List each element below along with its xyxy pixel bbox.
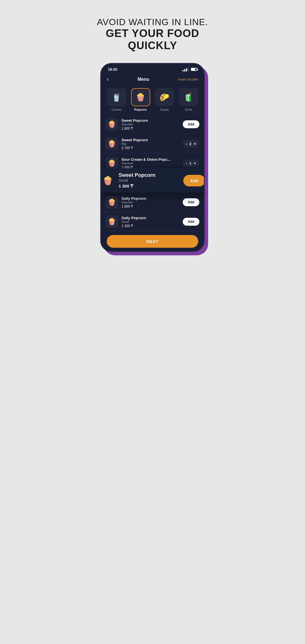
add-button[interactable]: Add bbox=[183, 198, 199, 206]
combo-label: Combo bbox=[112, 108, 121, 111]
qty-minus[interactable]: - bbox=[186, 161, 187, 166]
category-combo[interactable]: 🥤 Combo bbox=[107, 88, 126, 111]
item-info: Salty Popcorn Standart 1 800 ₸ bbox=[121, 196, 179, 208]
status-icons bbox=[182, 68, 197, 71]
item-info: Salty Popcorn Small 1 300 ₸ bbox=[121, 216, 179, 228]
category-tabs: 🥤 Combo 🍿 Popcorn 🌮 Snack bbox=[101, 86, 204, 115]
nav-header: ‹ Menu Insert Voucher bbox=[101, 73, 204, 86]
snack-label: Snack bbox=[160, 108, 169, 111]
combo-icon-wrap: 🥤 bbox=[107, 88, 126, 106]
item-sub: Standart bbox=[121, 201, 179, 204]
float-item-info: Sweet Popcorn Small 1 300 ₸ bbox=[119, 172, 179, 189]
popcorn-icon-wrap: 🍿 bbox=[131, 88, 150, 106]
battery-icon bbox=[191, 68, 197, 71]
add-button[interactable]: Add bbox=[183, 120, 199, 128]
drink-emoji: 🧃 bbox=[184, 93, 193, 102]
popcorn-emoji: 🍿 bbox=[136, 93, 145, 102]
item-price: 1 800 ₸ bbox=[121, 204, 179, 208]
back-button[interactable]: ‹ bbox=[107, 76, 109, 82]
phone-outer: 18:20 ‹ Menu Insert Voucher bbox=[100, 63, 205, 252]
qty-plus[interactable]: + bbox=[194, 161, 196, 166]
float-item-sub: Small bbox=[119, 178, 179, 182]
item-price: 1 800 ₸ bbox=[121, 127, 179, 130]
item-sub: Small bbox=[121, 220, 179, 223]
category-popcorn[interactable]: 🍿 Popcorn bbox=[131, 88, 150, 111]
qty-control: - 2 + bbox=[182, 140, 199, 148]
insert-voucher-button[interactable]: Insert Voucher bbox=[178, 78, 198, 81]
float-item-name: Sweet Popcorn bbox=[119, 172, 179, 178]
page-wrapper: AVOID WAITING IN LINE. GET YOUR FOOD QUI… bbox=[76, 0, 229, 269]
item-sub: Standart bbox=[121, 123, 179, 126]
item-image: 🍿 bbox=[106, 216, 118, 228]
combo-emoji: 🥤 bbox=[112, 93, 121, 102]
next-button[interactable]: NEXT bbox=[107, 235, 198, 248]
snack-icon-wrap: 🌮 bbox=[155, 88, 174, 106]
float-item-image: 🍿 bbox=[101, 173, 115, 188]
menu-item-salty-standart: 🍿 Salty Popcorn Standart 1 800 ₸ Add bbox=[101, 193, 204, 212]
status-time: 18:20 bbox=[108, 67, 117, 71]
item-image: 🍿 bbox=[106, 138, 118, 150]
item-image: 🍿 bbox=[106, 157, 118, 169]
qty-control: - 1 + bbox=[182, 159, 199, 167]
headline-bold: GET YOUR FOOD QUICKLY bbox=[85, 27, 220, 52]
popcorn-label: Popcorn bbox=[134, 108, 147, 111]
headline: AVOID WAITING IN LINE. GET YOUR FOOD QUI… bbox=[85, 17, 220, 52]
qty-plus[interactable]: + bbox=[194, 142, 196, 146]
status-bar: 18:20 bbox=[101, 64, 204, 73]
item-image: 🍿 bbox=[106, 196, 118, 208]
category-drink[interactable]: 🧃 Drink bbox=[179, 88, 198, 111]
menu-content: 🍿 Sweet Popcorn Standart 1 800 ₸ Add 🍿 S… bbox=[101, 115, 204, 232]
float-item-price: 1 300 ₸ bbox=[119, 184, 179, 189]
item-name: Sweet Popcorn bbox=[121, 138, 179, 142]
item-price: 2 700 ₸ bbox=[121, 146, 179, 150]
category-snack[interactable]: 🌮 Snack bbox=[155, 88, 174, 111]
signal-icon bbox=[182, 68, 189, 71]
item-sub: Big bbox=[121, 142, 179, 145]
phone-frame: 18:20 ‹ Menu Insert Voucher bbox=[100, 63, 205, 252]
item-sub: Standart bbox=[121, 162, 179, 165]
snack-emoji: 🌮 bbox=[160, 93, 169, 102]
qty-value: 1 bbox=[189, 161, 191, 166]
item-name: Salty Popcorn bbox=[121, 216, 179, 220]
float-card: 🍿 Sweet Popcorn Small 1 300 ₸ Add bbox=[101, 168, 204, 193]
menu-item-sweet-big: 🍿 Sweet Popcorn Big 2 700 ₸ - 2 + bbox=[101, 134, 204, 154]
drink-label: Drink bbox=[185, 108, 192, 111]
drink-icon-wrap: 🧃 bbox=[179, 88, 198, 106]
item-name: Sweet Popcorn bbox=[121, 118, 179, 123]
item-name: Sour Cream & Onion Popc... bbox=[121, 157, 179, 162]
menu-item-sweet-standart: 🍿 Sweet Popcorn Standart 1 800 ₸ Add bbox=[101, 115, 204, 134]
item-price: 1 300 ₸ bbox=[121, 224, 179, 228]
nav-title: Menu bbox=[138, 77, 149, 82]
next-button-wrap: NEXT bbox=[101, 232, 204, 251]
item-name: Salty Popcorn bbox=[121, 196, 179, 201]
item-info: Sweet Popcorn Standart 1 800 ₸ bbox=[121, 118, 179, 130]
item-image: 🍿 bbox=[106, 118, 118, 130]
menu-item-salty-small: 🍿 Salty Popcorn Small 1 300 ₸ Add bbox=[101, 212, 204, 232]
headline-top: AVOID WAITING IN LINE. bbox=[85, 17, 220, 27]
qty-minus[interactable]: - bbox=[186, 142, 187, 146]
qty-value: 2 bbox=[189, 142, 191, 146]
item-info: Sweet Popcorn Big 2 700 ₸ bbox=[121, 138, 179, 150]
add-button[interactable]: Add bbox=[183, 218, 199, 226]
float-add-button[interactable]: Add bbox=[183, 175, 204, 186]
item-info: Sour Cream & Onion Popc... Standart 2 00… bbox=[121, 157, 179, 169]
